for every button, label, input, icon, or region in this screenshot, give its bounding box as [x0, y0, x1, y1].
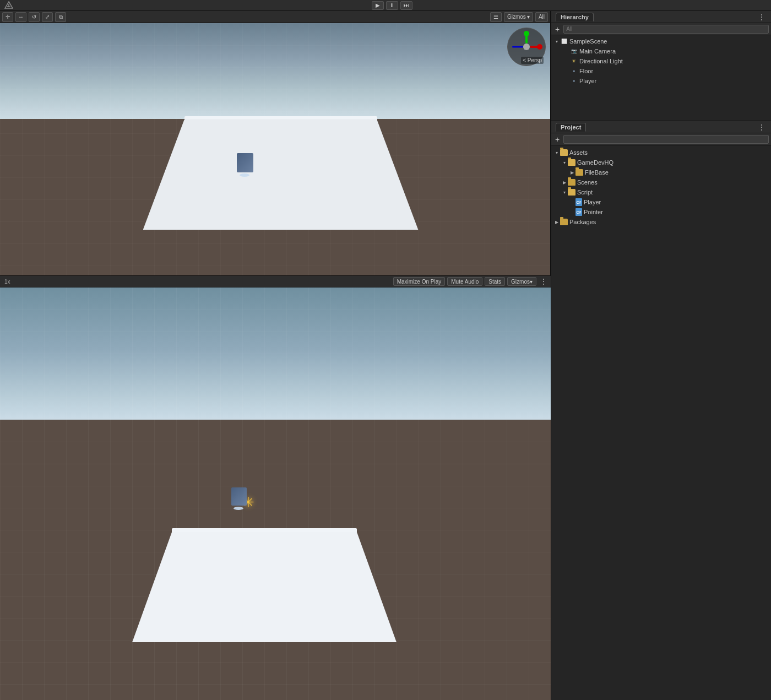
project-item-packages[interactable]: ▶ Packages — [551, 217, 771, 227]
game-platform — [132, 504, 397, 642]
game-options-button[interactable]: ⋮ — [539, 278, 549, 285]
hierarchy-content: ▾ ⬜ SampleScene 📷 Main Camera ☀ Directio… — [551, 35, 771, 121]
project-label-scenes: Scenes — [577, 179, 598, 186]
tool-move[interactable]: ↔ — [15, 12, 26, 22]
hierarchy-item-directional-light[interactable]: ☀ Directional Light — [551, 56, 771, 66]
hierarchy-search-input[interactable] — [563, 25, 769, 34]
folder-icon-script — [568, 189, 575, 196]
persp-label: < Persp — [521, 57, 544, 64]
player-body — [237, 153, 253, 172]
project-tab[interactable]: Project — [556, 123, 586, 132]
scene-player — [237, 153, 253, 177]
camera-icon: 📷 — [570, 47, 578, 55]
layers-all-button[interactable]: All — [535, 12, 548, 22]
hierarchy-label-samplescene: SampleScene — [569, 38, 607, 45]
tree-arrow-pointer-script — [569, 209, 575, 215]
step-button[interactable]: ⏭ — [400, 1, 412, 10]
scene-platform — [143, 104, 419, 230]
stats-button[interactable]: Stats — [485, 277, 505, 286]
play-button[interactable]: ▶ — [372, 1, 384, 10]
project-add-button[interactable]: + — [553, 135, 561, 143]
tool-rotate[interactable]: ↺ — [29, 12, 40, 22]
script-icon-player: C# — [575, 198, 582, 206]
project-options-button[interactable]: ⋮ — [757, 124, 767, 131]
game-player — [231, 487, 247, 510]
tool-transform[interactable]: ✛ — [2, 12, 13, 22]
project-label-gamedevhq: GameDevHQ — [577, 159, 613, 166]
scene-canvas[interactable]: ✳ — [0, 23, 550, 275]
tree-arrow-gamedevhq: ▾ — [561, 159, 568, 166]
hierarchy-header: Hierarchy ⋮ — [551, 11, 771, 23]
unity-logo — [4, 1, 13, 10]
game-view: 1x Maximize On Play Mute Audio Stats Giz… — [0, 275, 551, 700]
game-player-body — [231, 487, 247, 506]
player-icon: ▪ — [570, 77, 578, 85]
gizmos-button[interactable]: Gizmos ▾ — [504, 12, 533, 22]
hierarchy-panel: Hierarchy ⋮ + ▾ ⬜ SampleScene 📷 Main C — [551, 11, 771, 121]
maximize-on-play-button[interactable]: Maximize On Play — [393, 277, 446, 286]
gizmo-y-top — [524, 31, 529, 36]
project-label-player-script: Player — [584, 199, 601, 205]
tree-arrow-scenes: ▶ — [561, 179, 568, 186]
hierarchy-label-floor: Floor — [579, 68, 593, 74]
scene-file-icon: ⬜ — [560, 37, 568, 45]
scene-toolbar: ✛ ↔ ↺ ⤢ ⧉ ☰ Gizmos ▾ All — [0, 11, 550, 23]
hierarchy-item-floor[interactable]: ▪ Floor — [551, 66, 771, 76]
gizmo-x-right — [537, 44, 542, 50]
project-search-input[interactable] — [563, 135, 769, 144]
hierarchy-item-player[interactable]: ▪ Player — [551, 76, 771, 86]
hierarchy-item-samplescene[interactable]: ▾ ⬜ SampleScene — [551, 36, 771, 46]
project-item-script[interactable]: ▾ Script — [551, 187, 771, 197]
folder-icon-gamedevhq — [568, 159, 575, 166]
tree-arrow-directional-light — [563, 58, 570, 64]
right-panel: Hierarchy ⋮ + ▾ ⬜ SampleScene 📷 Main C — [551, 11, 771, 700]
tree-arrow-main-camera — [563, 48, 570, 55]
tool-rect[interactable]: ⧉ — [55, 12, 66, 22]
tool-scale[interactable]: ⤢ — [42, 12, 53, 22]
folder-icon-assets — [560, 149, 568, 156]
project-item-player-script[interactable]: C# Player — [551, 197, 771, 207]
project-item-pointer-script[interactable]: C# Pointer — [551, 207, 771, 217]
tree-arrow-assets: ▾ — [553, 149, 560, 156]
tree-arrow-packages: ▶ — [553, 219, 560, 225]
project-toolbar: + — [551, 133, 771, 145]
project-label-filebase: FileBase — [585, 169, 609, 176]
game-gizmos-button[interactable]: Gizmos ▾ — [507, 277, 536, 286]
game-platform-shape — [132, 532, 397, 642]
project-content: ▾ Assets ▾ GameDevHQ ▶ FileBase — [551, 145, 771, 700]
hierarchy-toolbar: + — [551, 23, 771, 35]
pause-button[interactable]: ⏸ — [386, 1, 398, 10]
player-shadow — [240, 173, 249, 177]
scale-label: 1x — [2, 279, 13, 285]
hierarchy-item-main-camera[interactable]: 📷 Main Camera — [551, 46, 771, 56]
project-label-packages: Packages — [569, 219, 596, 225]
left-panel: ✛ ↔ ↺ ⤢ ⧉ ☰ Gizmos ▾ All ✳ — [0, 11, 551, 700]
project-item-filebase[interactable]: ▶ FileBase — [551, 167, 771, 177]
view-options-button[interactable]: ☰ — [490, 12, 502, 22]
project-label-pointer-script: Pointer — [584, 209, 603, 215]
project-label-assets: Assets — [569, 149, 588, 156]
project-header: Project ⋮ — [551, 121, 771, 133]
playback-controls: ▶ ⏸ ⏭ — [372, 1, 412, 10]
scene-view: ✛ ↔ ↺ ⤢ ⧉ ☰ Gizmos ▾ All ✳ — [0, 11, 551, 275]
hierarchy-add-button[interactable]: + — [553, 25, 561, 33]
script-icon-pointer: C# — [575, 208, 582, 216]
hierarchy-options-button[interactable]: ⋮ — [757, 14, 767, 20]
top-bar: ▶ ⏸ ⏭ — [0, 0, 771, 11]
folder-icon-filebase — [575, 169, 583, 176]
tree-arrow-filebase: ▶ — [569, 169, 575, 176]
project-item-gamedevhq[interactable]: ▾ GameDevHQ — [551, 158, 771, 167]
hierarchy-tab[interactable]: Hierarchy — [556, 13, 594, 21]
hierarchy-label-main-camera: Main Camera — [579, 48, 616, 55]
project-item-assets[interactable]: ▾ Assets — [551, 148, 771, 158]
game-canvas[interactable]: ✳ — [0, 287, 551, 700]
scene-gizmo[interactable]: < Persp — [507, 28, 546, 66]
tree-arrow-floor — [563, 68, 570, 74]
hierarchy-label-player: Player — [579, 78, 596, 84]
game-toolbar: 1x Maximize On Play Mute Audio Stats Giz… — [0, 275, 551, 287]
mute-audio-button[interactable]: Mute Audio — [447, 277, 482, 286]
project-panel: Project ⋮ + ▾ Assets ▾ GameDevHQ — [551, 121, 771, 700]
platform-shape — [143, 120, 419, 230]
project-item-scenes[interactable]: ▶ Scenes — [551, 177, 771, 187]
tree-arrow-player — [563, 78, 570, 84]
